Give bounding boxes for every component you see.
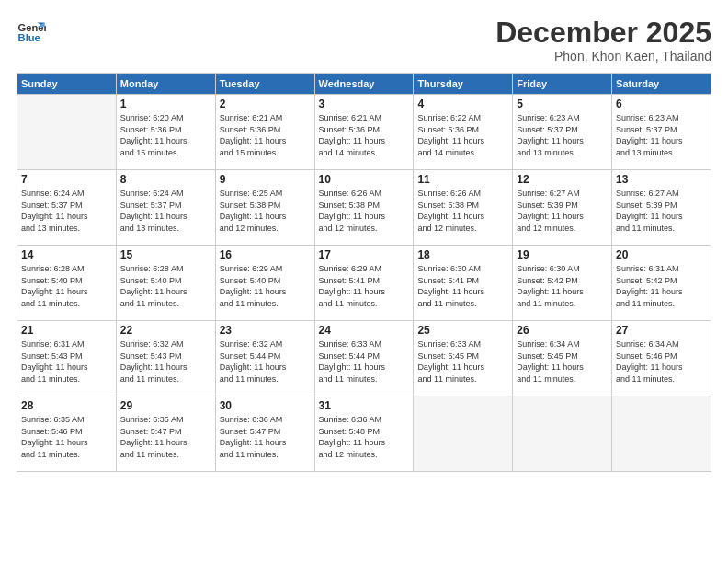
weekday-friday: Friday xyxy=(513,74,612,95)
day-info: Sunrise: 6:23 AM Sunset: 5:37 PM Dayligh… xyxy=(616,112,707,158)
day-info: Sunrise: 6:24 AM Sunset: 5:37 PM Dayligh… xyxy=(21,188,112,234)
calendar-cell: 8Sunrise: 6:24 AM Sunset: 5:37 PM Daylig… xyxy=(116,170,215,246)
day-info: Sunrise: 6:33 AM Sunset: 5:44 PM Dayligh… xyxy=(319,339,410,385)
day-number: 10 xyxy=(319,173,410,186)
day-info: Sunrise: 6:28 AM Sunset: 5:40 PM Dayligh… xyxy=(21,263,112,309)
day-info: Sunrise: 6:29 AM Sunset: 5:40 PM Dayligh… xyxy=(220,263,311,309)
calendar-body: 1Sunrise: 6:20 AM Sunset: 5:36 PM Daylig… xyxy=(17,95,711,472)
day-number: 4 xyxy=(417,98,508,110)
calendar-cell: 15Sunrise: 6:28 AM Sunset: 5:40 PM Dayli… xyxy=(116,246,215,321)
calendar-cell: 20Sunrise: 6:31 AM Sunset: 5:42 PM Dayli… xyxy=(612,246,711,321)
week-row-5: 28Sunrise: 6:35 AM Sunset: 5:46 PM Dayli… xyxy=(17,396,711,472)
weekday-monday: Monday xyxy=(116,74,215,95)
day-number: 5 xyxy=(517,98,608,110)
day-info: Sunrise: 6:27 AM Sunset: 5:39 PM Dayligh… xyxy=(517,188,608,234)
day-number: 3 xyxy=(319,98,410,110)
day-info: Sunrise: 6:32 AM Sunset: 5:43 PM Dayligh… xyxy=(120,339,211,385)
day-info: Sunrise: 6:30 AM Sunset: 5:41 PM Dayligh… xyxy=(417,263,508,309)
calendar-cell: 1Sunrise: 6:20 AM Sunset: 5:36 PM Daylig… xyxy=(116,95,215,170)
day-info: Sunrise: 6:25 AM Sunset: 5:38 PM Dayligh… xyxy=(220,188,311,234)
day-info: Sunrise: 6:30 AM Sunset: 5:42 PM Dayligh… xyxy=(517,263,608,309)
calendar-cell xyxy=(513,396,612,472)
calendar-cell: 11Sunrise: 6:26 AM Sunset: 5:38 PM Dayli… xyxy=(414,170,513,246)
logo-icon: General Blue xyxy=(17,17,46,46)
calendar-cell: 27Sunrise: 6:34 AM Sunset: 5:46 PM Dayli… xyxy=(612,321,711,396)
weekday-tuesday: Tuesday xyxy=(215,74,314,95)
day-number: 23 xyxy=(220,324,311,337)
day-info: Sunrise: 6:24 AM Sunset: 5:37 PM Dayligh… xyxy=(120,188,211,234)
calendar-cell: 17Sunrise: 6:29 AM Sunset: 5:41 PM Dayli… xyxy=(314,246,414,321)
day-info: Sunrise: 6:35 AM Sunset: 5:46 PM Dayligh… xyxy=(21,414,112,460)
day-info: Sunrise: 6:36 AM Sunset: 5:47 PM Dayligh… xyxy=(220,414,311,460)
day-info: Sunrise: 6:33 AM Sunset: 5:45 PM Dayligh… xyxy=(417,339,508,385)
week-row-1: 1Sunrise: 6:20 AM Sunset: 5:36 PM Daylig… xyxy=(17,95,711,170)
day-number: 18 xyxy=(417,248,508,261)
day-number: 27 xyxy=(616,324,707,337)
day-info: Sunrise: 6:27 AM Sunset: 5:39 PM Dayligh… xyxy=(616,188,707,234)
calendar-cell xyxy=(612,396,711,472)
day-info: Sunrise: 6:20 AM Sunset: 5:36 PM Dayligh… xyxy=(120,112,211,158)
calendar-cell: 26Sunrise: 6:34 AM Sunset: 5:45 PM Dayli… xyxy=(513,321,612,396)
day-number: 8 xyxy=(120,173,211,186)
day-number: 1 xyxy=(120,98,211,110)
day-info: Sunrise: 6:22 AM Sunset: 5:36 PM Dayligh… xyxy=(417,112,508,158)
day-info: Sunrise: 6:31 AM Sunset: 5:42 PM Dayligh… xyxy=(616,263,707,309)
calendar-cell: 7Sunrise: 6:24 AM Sunset: 5:37 PM Daylig… xyxy=(17,170,117,246)
weekday-thursday: Thursday xyxy=(414,74,513,95)
calendar-cell: 22Sunrise: 6:32 AM Sunset: 5:43 PM Dayli… xyxy=(116,321,215,396)
location: Phon, Khon Kaen, Thailand xyxy=(495,49,711,63)
day-number: 6 xyxy=(616,98,707,110)
day-number: 17 xyxy=(319,248,410,261)
weekday-header-row: SundayMondayTuesdayWednesdayThursdayFrid… xyxy=(17,74,711,95)
day-number: 25 xyxy=(417,324,508,337)
title-block: December 2025 Phon, Khon Kaen, Thailand xyxy=(495,17,711,63)
day-number: 24 xyxy=(319,324,410,337)
logo: General Blue xyxy=(17,17,46,46)
day-number: 20 xyxy=(616,248,707,261)
month-title: December 2025 xyxy=(495,17,711,49)
calendar-cell: 23Sunrise: 6:32 AM Sunset: 5:44 PM Dayli… xyxy=(215,321,314,396)
calendar-cell: 18Sunrise: 6:30 AM Sunset: 5:41 PM Dayli… xyxy=(414,246,513,321)
day-info: Sunrise: 6:28 AM Sunset: 5:40 PM Dayligh… xyxy=(120,263,211,309)
calendar-cell: 9Sunrise: 6:25 AM Sunset: 5:38 PM Daylig… xyxy=(215,170,314,246)
calendar-cell: 3Sunrise: 6:21 AM Sunset: 5:36 PM Daylig… xyxy=(314,95,414,170)
day-number: 9 xyxy=(220,173,311,186)
day-number: 19 xyxy=(517,248,608,261)
day-info: Sunrise: 6:21 AM Sunset: 5:36 PM Dayligh… xyxy=(319,112,410,158)
day-info: Sunrise: 6:23 AM Sunset: 5:37 PM Dayligh… xyxy=(517,112,608,158)
header: General Blue December 2025 Phon, Khon Ka… xyxy=(17,17,711,63)
day-info: Sunrise: 6:26 AM Sunset: 5:38 PM Dayligh… xyxy=(417,188,508,234)
calendar-cell: 19Sunrise: 6:30 AM Sunset: 5:42 PM Dayli… xyxy=(513,246,612,321)
day-number: 15 xyxy=(120,248,211,261)
day-info: Sunrise: 6:29 AM Sunset: 5:41 PM Dayligh… xyxy=(319,263,410,309)
day-number: 12 xyxy=(517,173,608,186)
calendar-cell: 5Sunrise: 6:23 AM Sunset: 5:37 PM Daylig… xyxy=(513,95,612,170)
weekday-wednesday: Wednesday xyxy=(314,74,414,95)
day-info: Sunrise: 6:34 AM Sunset: 5:45 PM Dayligh… xyxy=(517,339,608,385)
calendar-cell: 31Sunrise: 6:36 AM Sunset: 5:48 PM Dayli… xyxy=(314,396,414,472)
calendar-cell: 25Sunrise: 6:33 AM Sunset: 5:45 PM Dayli… xyxy=(414,321,513,396)
calendar-cell: 28Sunrise: 6:35 AM Sunset: 5:46 PM Dayli… xyxy=(17,396,117,472)
day-info: Sunrise: 6:34 AM Sunset: 5:46 PM Dayligh… xyxy=(616,339,707,385)
day-number: 16 xyxy=(220,248,311,261)
calendar-cell: 29Sunrise: 6:35 AM Sunset: 5:47 PM Dayli… xyxy=(116,396,215,472)
weekday-saturday: Saturday xyxy=(612,74,711,95)
calendar-page: General Blue December 2025 Phon, Khon Ka… xyxy=(0,0,728,563)
week-row-3: 14Sunrise: 6:28 AM Sunset: 5:40 PM Dayli… xyxy=(17,246,711,321)
calendar-cell: 13Sunrise: 6:27 AM Sunset: 5:39 PM Dayli… xyxy=(612,170,711,246)
calendar-cell: 4Sunrise: 6:22 AM Sunset: 5:36 PM Daylig… xyxy=(414,95,513,170)
calendar-cell: 12Sunrise: 6:27 AM Sunset: 5:39 PM Dayli… xyxy=(513,170,612,246)
calendar-cell: 10Sunrise: 6:26 AM Sunset: 5:38 PM Dayli… xyxy=(314,170,414,246)
svg-text:Blue: Blue xyxy=(18,32,40,43)
calendar-cell: 6Sunrise: 6:23 AM Sunset: 5:37 PM Daylig… xyxy=(612,95,711,170)
week-row-2: 7Sunrise: 6:24 AM Sunset: 5:37 PM Daylig… xyxy=(17,170,711,246)
day-number: 29 xyxy=(120,399,211,412)
calendar-cell xyxy=(414,396,513,472)
weekday-sunday: Sunday xyxy=(17,74,117,95)
day-number: 21 xyxy=(21,324,112,337)
day-number: 28 xyxy=(21,399,112,412)
day-number: 13 xyxy=(616,173,707,186)
day-info: Sunrise: 6:31 AM Sunset: 5:43 PM Dayligh… xyxy=(21,339,112,385)
calendar-cell: 21Sunrise: 6:31 AM Sunset: 5:43 PM Dayli… xyxy=(17,321,117,396)
day-number: 31 xyxy=(319,399,410,412)
